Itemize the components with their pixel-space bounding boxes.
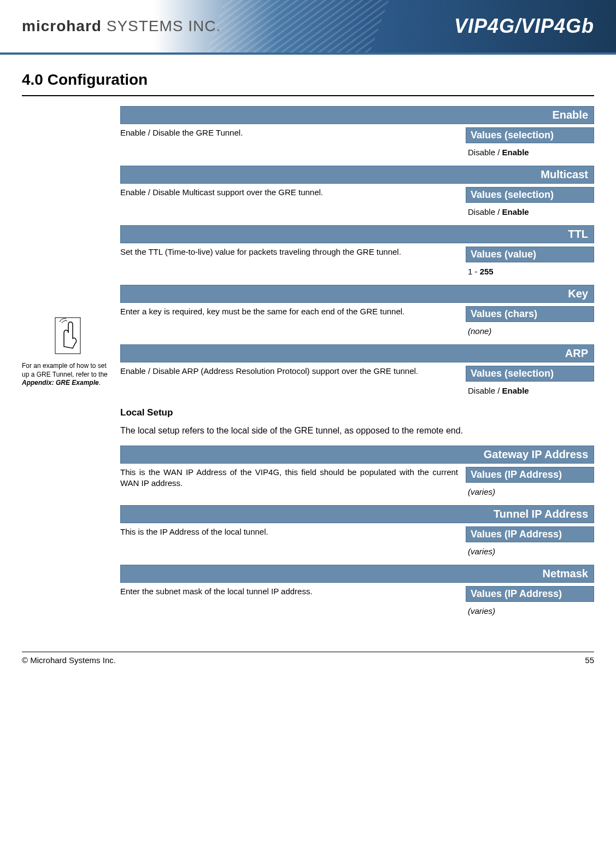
logo-right: VIP4G/VIP4Gb xyxy=(454,15,594,38)
values-label: Values (IP Address) xyxy=(466,586,594,602)
footer-rule xyxy=(22,652,594,652)
footer: © Microhard Systems Inc. 55 xyxy=(0,652,616,681)
hand-note-icon xyxy=(51,314,84,358)
param-desc: This is the IP Address of the local tunn… xyxy=(120,526,466,537)
values-label: Values (IP Address) xyxy=(466,467,594,483)
values-label: Values (value) xyxy=(466,247,594,262)
title-rule xyxy=(22,95,594,96)
sidebar-note-emphasis: Appendix: GRE Example xyxy=(22,379,99,386)
param-title: Netmask xyxy=(120,565,594,583)
sidebar-note-text-1: For an example of how to set up a GRE Tu… xyxy=(22,362,108,378)
svg-rect-0 xyxy=(55,318,80,354)
param-netmask: Netmask Enter the subnet mask of the loc… xyxy=(120,565,594,618)
param-title: Tunnel IP Address xyxy=(120,505,594,523)
content-wrap: For an example of how to set up a GRE Tu… xyxy=(0,106,616,624)
param-desc: Enter a key is required, key must be the… xyxy=(120,306,466,317)
param-desc: Enable / Disable ARP (Address Resolution… xyxy=(120,366,466,377)
param-title: Gateway IP Address xyxy=(120,446,594,464)
footer-page-number: 55 xyxy=(585,655,594,665)
param-key: Key Enter a key is required, key must be… xyxy=(120,285,594,338)
param-title: Multicast xyxy=(120,166,594,184)
values-content: Disable / Enable xyxy=(466,203,594,219)
section-title: 4.0 Configuration xyxy=(0,55,616,95)
logo-suffix: SYSTEMS INC. xyxy=(102,17,221,34)
param-desc: Set the TTL (Time-to-live) value for pac… xyxy=(120,247,466,257)
subsection-text: The local setup refers to the local side… xyxy=(120,426,594,436)
sidebar-note: For an example of how to set up a GRE Tu… xyxy=(22,362,114,388)
values-content: (varies) xyxy=(466,483,594,499)
footer-copyright: © Microhard Systems Inc. xyxy=(22,655,116,665)
sidebar-note-text-2: . xyxy=(99,379,101,386)
main-content: Enable Enable / Disable the GRE Tunnel. … xyxy=(120,106,594,624)
param-arp: ARP Enable / Disable ARP (Address Resolu… xyxy=(120,344,594,397)
param-title: ARP xyxy=(120,344,594,362)
sidebar: For an example of how to set up a GRE Tu… xyxy=(22,106,120,624)
param-tunnel-ip: Tunnel IP Address This is the IP Address… xyxy=(120,505,594,558)
subsection-title: Local Setup xyxy=(120,407,594,418)
param-title: Enable xyxy=(120,106,594,124)
values-content: Disable / Enable xyxy=(466,382,594,397)
values-label: Values (selection) xyxy=(466,187,594,203)
param-desc: Enter the subnet mask of the local tunne… xyxy=(120,586,466,597)
values-label: Values (selection) xyxy=(466,366,594,382)
param-enable: Enable Enable / Disable the GRE Tunnel. … xyxy=(120,106,594,159)
param-multicast: Multicast Enable / Disable Multicast sup… xyxy=(120,166,594,219)
logo-brand: microhard xyxy=(22,17,102,34)
logo-left: microhard SYSTEMS INC. xyxy=(22,17,221,35)
values-label: Values (IP Address) xyxy=(466,526,594,542)
values-content: (varies) xyxy=(466,542,594,558)
values-content: 1 - 255 xyxy=(466,262,594,278)
param-ttl: TTL Set the TTL (Time-to-live) value for… xyxy=(120,225,594,278)
values-content: (varies) xyxy=(466,602,594,618)
values-content: Disable / Enable xyxy=(466,143,594,159)
values-label: Values (selection) xyxy=(466,127,594,143)
param-gateway-ip: Gateway IP Address This is the WAN IP Ad… xyxy=(120,446,594,499)
values-content: (none) xyxy=(466,322,594,338)
param-desc: Enable / Disable Multicast support over … xyxy=(120,187,466,198)
param-desc: This is the WAN IP Address of the VIP4G,… xyxy=(120,467,466,489)
param-desc: Enable / Disable the GRE Tunnel. xyxy=(120,127,466,138)
header-banner: microhard SYSTEMS INC. VIP4G/VIP4Gb xyxy=(0,0,616,55)
values-label: Values (chars) xyxy=(466,306,594,322)
param-title: Key xyxy=(120,285,594,303)
param-title: TTL xyxy=(120,225,594,243)
